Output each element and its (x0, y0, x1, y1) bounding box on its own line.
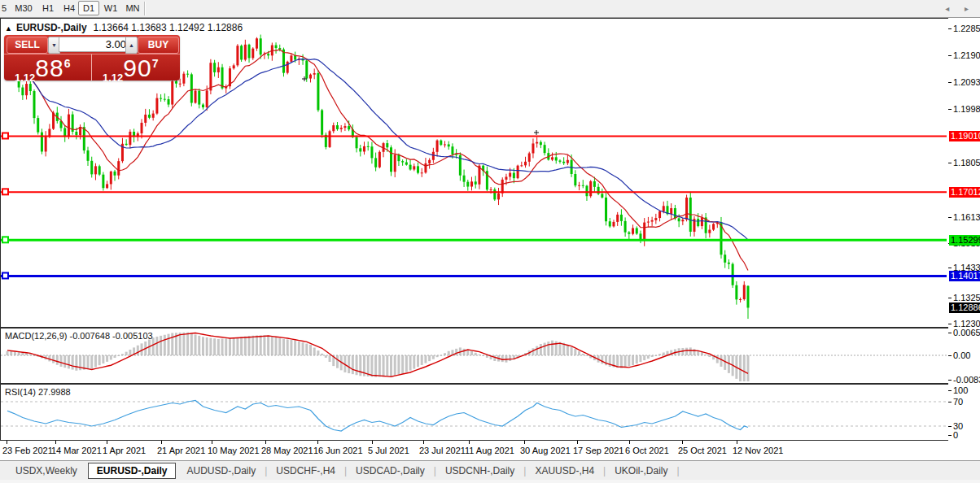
toolbar-separator (144, 2, 146, 15)
date-tick (629, 441, 630, 444)
bid-big-digits: 88 (35, 54, 63, 81)
price-line-badge: 1.14017 (949, 271, 980, 281)
date-tick (423, 441, 424, 444)
macd-axis-label: 0.006503 (953, 328, 980, 337)
price-axis-label: 1.19980 (953, 104, 980, 114)
axis-tick (948, 163, 952, 163)
price-line-badge: 1.15299 (949, 235, 980, 246)
chart-tab-usdx-weekly[interactable]: USDX,Weekly (7, 463, 86, 479)
axis-tick (948, 333, 952, 333)
price-line-badge: 1.12886 (949, 302, 980, 313)
axis-tick (948, 109, 952, 110)
chart-tab-ukoil-daily[interactable]: UKOil-,Daily (606, 463, 676, 479)
tab-divider: | (677, 465, 680, 476)
timeframe-button-d1[interactable]: D1 (78, 1, 99, 15)
ask-prefix: 1.12 (103, 72, 123, 84)
chart-header: ▲EURUSD-,Daily1.13664 1.13683 1.12492 1.… (5, 22, 243, 33)
timeframe-button-h1[interactable]: H1 (39, 1, 57, 15)
price-axis-label: 1.22855 (953, 24, 980, 33)
bid-pip-digit: 6 (64, 57, 71, 70)
axis-tick (948, 380, 952, 381)
axis-tick (948, 426, 952, 427)
buy-button[interactable]: BUY (138, 37, 179, 54)
date-tick (524, 441, 525, 444)
date-label: 10 May 2021 (208, 446, 260, 455)
chart-tab-usdcad-daily[interactable]: USDCAD-,Daily (347, 463, 434, 479)
chart-tab-usdcnh-daily[interactable]: USDCNH-,Daily (436, 463, 523, 479)
date-label: 14 Mar 2021 (51, 446, 102, 455)
one-click-trade-panel: SELL ▼ ▲ BUY 1.12886 1.12907 (4, 35, 180, 80)
ask-big-digits: 90 (123, 54, 151, 81)
date-label: 6 Oct 2021 (625, 446, 669, 455)
date-label: 28 May 2021 (261, 446, 313, 455)
panel-collapse-icon[interactable]: ▲ (5, 24, 12, 33)
axis-tick (948, 390, 952, 391)
price-axis-label: 1.18055 (953, 158, 980, 168)
ask-price-button[interactable]: 1.12907 (92, 54, 180, 80)
date-tick (7, 441, 7, 444)
bid-price-button[interactable]: 1.12886 (4, 54, 92, 80)
axis-tick (948, 435, 952, 436)
date-label: 21 Apr 2021 (157, 446, 205, 455)
date-tick (107, 441, 107, 444)
bid-prefix: 1.12 (15, 72, 35, 84)
chart-tab-xauusd-h4[interactable]: XAUUSD-,H4 (526, 463, 603, 479)
axis-tick (948, 355, 952, 356)
hline-handle[interactable] (2, 273, 8, 279)
sell-button[interactable]: SELL (7, 37, 48, 54)
date-label: 12 Nov 2021 (733, 446, 783, 455)
date-label: 23 Feb 2021 (2, 446, 53, 455)
axis-tick (948, 324, 952, 324)
hline-handle[interactable] (2, 237, 8, 242)
chart-tab-usdchf-h4[interactable]: USDCHF-,H4 (267, 463, 344, 479)
rsi-panel: RSI(14) 27.9988 (0, 384, 949, 441)
price-axis-label: 1.20930 (953, 77, 980, 87)
volume-increase-button[interactable]: ▲ (125, 37, 138, 54)
chart-tab-eurusd-daily[interactable]: EURUSD-,Daily (88, 463, 177, 479)
price-axis-label: 1.13255 (953, 293, 980, 302)
timeframe-button-h4[interactable]: H4 (60, 1, 78, 15)
macd-label: MACD(12,26,9) -0.007648 -0.005103 (5, 331, 153, 341)
date-tick (161, 441, 162, 444)
rsi-axis-label: 100 (953, 385, 968, 395)
price-line-badge: 1.17012 (949, 187, 980, 198)
rsi-axis-label: 70 (953, 397, 963, 407)
date-tick (737, 441, 737, 444)
date-label: 25 Oct 2021 (678, 446, 727, 455)
hline-handle[interactable] (2, 133, 8, 139)
date-tick (265, 441, 266, 444)
tab-scroll-arrows[interactable]: ◂ ▸ (945, 4, 975, 13)
price-axis: 1.228551.219051.209301.199801.180551.161… (948, 18, 980, 441)
axis-tick (948, 217, 952, 218)
axis-tick (948, 82, 952, 83)
ask-pip-digit: 7 (152, 57, 159, 70)
macd-axis-label: -0.00832 (953, 375, 980, 385)
macd-panel: MACD(12,26,9) -0.007648 -0.005103 (0, 328, 949, 384)
axis-tick (948, 55, 952, 56)
rsi-axis-label: 0 (953, 430, 958, 440)
timeframe-button-w1[interactable]: W1 (101, 1, 120, 15)
date-tick (682, 441, 683, 444)
timeframe-button-5[interactable]: 5 (0, 1, 8, 15)
date-label: 17 Sep 2021 (573, 446, 623, 455)
date-tick (55, 441, 56, 444)
date-tick (577, 441, 578, 444)
axis-tick (948, 298, 952, 298)
rsi-chart (1, 385, 947, 438)
symbol-title: EURUSD-,Daily (16, 22, 87, 33)
date-tick (469, 441, 470, 444)
timeframe-button-m30[interactable]: M30 (11, 1, 36, 15)
timeframe-button-mn[interactable]: MN (122, 1, 143, 15)
hline-handle[interactable] (2, 189, 8, 194)
date-tick (212, 441, 212, 444)
price-line-badge: 1.19010 (949, 131, 980, 141)
mt4-terminal: 5M30H1H4D1W1MN ▲EURUSD-,Daily1.13664 1.1… (0, 0, 980, 483)
price-axis-label: 1.21905 (953, 50, 980, 60)
axis-tick (948, 268, 952, 268)
date-label: 30 Aug 2021 (520, 446, 571, 455)
date-label: 1 Apr 2021 (103, 446, 146, 455)
volume-input[interactable] (59, 37, 130, 52)
chevron-down-icon: ▼ (51, 42, 57, 48)
chart-tab-audusd-daily[interactable]: AUDUSD-,Daily (177, 463, 265, 479)
status-strip (0, 480, 980, 483)
